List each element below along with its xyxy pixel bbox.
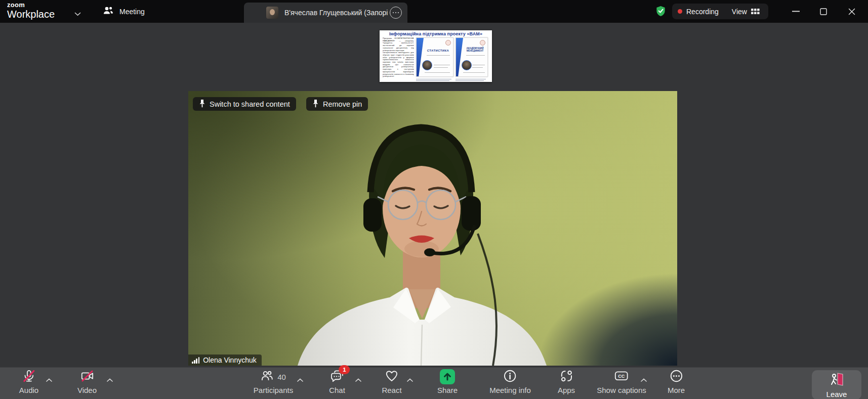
certificate-caption	[416, 78, 453, 82]
captions-options-chevron-icon[interactable]	[641, 375, 647, 384]
camera-off-icon	[80, 369, 94, 385]
zoom-workplace-logo: zoom Workplace	[7, 2, 55, 19]
react-options-chevron-icon[interactable]	[407, 375, 413, 384]
participant-name-tag: Olena Vinnychuk	[188, 354, 262, 366]
pin-icon	[312, 99, 319, 109]
tab-ellipsis-icon[interactable]	[390, 7, 402, 19]
meeting-toolbar: Audio Video	[0, 367, 868, 399]
leave-meeting-icon	[829, 372, 844, 388]
participant-tab-label: В'ячеслав Глущевський (Запоріз	[284, 3, 388, 23]
leave-button[interactable]: Leave	[812, 370, 861, 399]
view-button[interactable]: View	[732, 8, 747, 16]
pinned-video-tile[interactable]: Switch to shared content Remove pin Olen…	[188, 91, 677, 366]
show-captions-button[interactable]: CC Show captions	[597, 370, 646, 394]
captions-label: Show captions	[597, 386, 646, 394]
chat-button[interactable]: 1 Chat	[329, 370, 345, 394]
remove-pin-label: Remove pin	[323, 100, 362, 108]
certificate-title: СТАТИСТИКА	[425, 49, 451, 52]
security-shield-icon[interactable]	[655, 5, 667, 19]
participants-options-chevron-icon[interactable]	[297, 375, 303, 384]
certificate-statistics: СТАТИСТИКА	[416, 37, 453, 77]
audio-button[interactable]: Audio	[19, 370, 38, 394]
shared-content-thumbnail[interactable]: Інформаційна підтримка проекту «ВАМ» Про…	[380, 30, 492, 82]
chat-icon: 1	[330, 369, 344, 385]
participant-name: Olena Vinnychuk	[203, 356, 257, 364]
lecturer-photo	[462, 60, 472, 70]
video-options-chevron-icon[interactable]	[107, 375, 113, 384]
seal-icon	[445, 40, 451, 46]
more-button[interactable]: More	[668, 370, 685, 394]
chat-label: Chat	[329, 386, 345, 394]
pin-icon	[199, 99, 205, 109]
more-label: More	[668, 386, 685, 394]
participant-webcam-graphic	[188, 91, 677, 366]
lecturer-photo	[422, 60, 432, 70]
participants-button[interactable]: 40 Participants	[254, 370, 293, 394]
participants-icon	[261, 369, 274, 384]
meeting-info-label: Meeting info	[489, 386, 531, 394]
participants-label: Participants	[254, 386, 293, 394]
tab-meeting[interactable]: Meeting	[102, 0, 145, 23]
gallery-grid-icon[interactable]	[751, 8, 760, 15]
ribbon-graphic	[456, 38, 463, 76]
seal-icon	[480, 40, 485, 46]
slide-title: Інформаційна підтримка проекту «ВАМ»	[380, 31, 492, 36]
share-screen-icon	[440, 369, 455, 384]
chevron-down-icon[interactable]	[74, 9, 81, 18]
slide-body-text: Програма «КОМПЕТЕНТНІСНЕ НАВЧАННЯ» — (зо…	[383, 37, 414, 79]
heart-icon	[385, 369, 399, 385]
switch-to-shared-content-button[interactable]: Switch to shared content	[193, 97, 296, 111]
certificate-caption	[456, 78, 488, 82]
tab-participant-video[interactable]: В'ячеслав Глущевський (Запоріз	[244, 3, 407, 23]
recording-label[interactable]: Recording	[686, 8, 719, 16]
recording-dot-icon	[678, 9, 682, 14]
audio-level-icon	[192, 357, 199, 364]
meeting-tab-label: Meeting	[119, 8, 145, 16]
switch-button-label: Switch to shared content	[210, 100, 290, 108]
logo-workplace-text: Workplace	[7, 9, 55, 19]
participant-avatar	[266, 7, 278, 19]
window-close-button[interactable]	[841, 0, 863, 23]
share-label: Share	[437, 386, 458, 394]
audio-options-chevron-icon[interactable]	[46, 375, 52, 384]
audio-label: Audio	[19, 386, 38, 394]
info-icon	[504, 369, 517, 385]
window-maximize-button[interactable]	[812, 0, 835, 23]
logo-zoom-text: zoom	[7, 2, 55, 8]
remove-pin-button[interactable]: Remove pin	[306, 97, 368, 111]
ribbon-graphic	[417, 38, 424, 76]
certificate-title: АКАДЕМІЧНИЙ МЕНЕДЖМЕНТ	[464, 47, 486, 53]
video-label: Video	[77, 386, 97, 394]
zoom-meeting-window: zoom Workplace Meeting В'ячеслав Глущевс…	[0, 0, 868, 399]
chat-options-chevron-icon[interactable]	[355, 375, 361, 384]
chat-unread-badge: 1	[339, 365, 350, 374]
video-button[interactable]: Video	[77, 370, 97, 394]
meeting-info-button[interactable]: Meeting info	[489, 370, 531, 394]
cc-icon: CC	[614, 369, 629, 384]
apps-label: Apps	[558, 386, 575, 394]
recording-view-pill: Recording View	[672, 4, 768, 19]
leave-label: Leave	[826, 390, 847, 398]
cc-glyph: CC	[618, 374, 625, 379]
share-button[interactable]: Share	[437, 370, 458, 394]
people-icon	[102, 5, 114, 18]
apps-button[interactable]: Apps	[558, 370, 575, 394]
window-minimize-button[interactable]	[784, 0, 807, 23]
title-bar: zoom Workplace Meeting В'ячеслав Глущевс…	[0, 0, 868, 23]
react-label: React	[382, 386, 401, 394]
mic-muted-icon	[22, 369, 36, 385]
certificate-management: АКАДЕМІЧНИЙ МЕНЕДЖМЕНТ	[456, 37, 488, 77]
more-ellipsis-icon	[670, 369, 683, 385]
participants-count: 40	[277, 373, 286, 381]
react-button[interactable]: React	[382, 370, 401, 394]
apps-icon	[559, 369, 573, 385]
